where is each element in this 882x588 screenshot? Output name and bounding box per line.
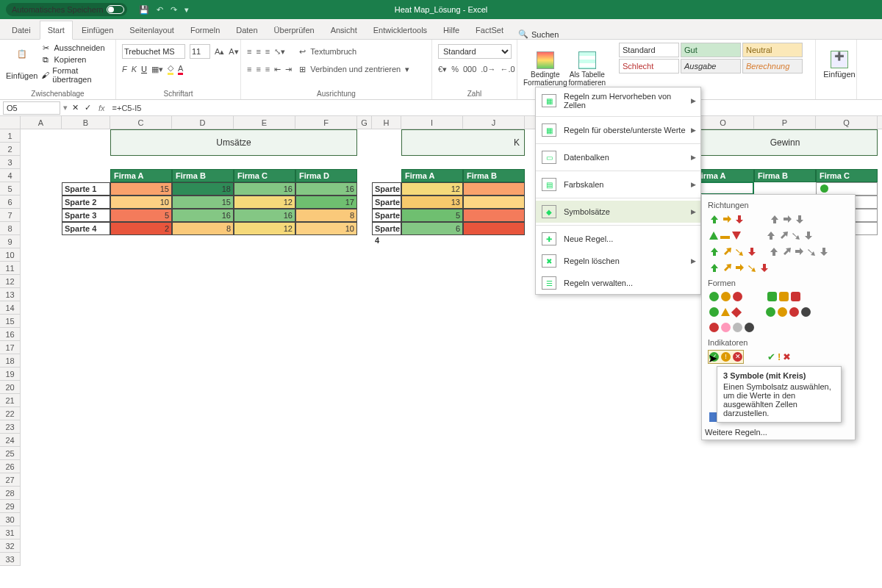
iconset-5arrows-colored[interactable] [708, 261, 771, 274]
cancel-formula-icon[interactable]: ✕ [72, 103, 79, 112]
menu-new-rule[interactable]: ✚Neue Regel... [536, 228, 700, 250]
style-schlecht[interactable]: Schlecht [619, 59, 679, 74]
increase-font-icon[interactable]: A▴ [215, 47, 224, 57]
row-header[interactable]: 23 [0, 420, 21, 434]
tab-formeln[interactable]: Formeln [183, 21, 227, 39]
cell[interactable]: 8 [172, 222, 234, 235]
style-ausgabe[interactable]: Ausgabe [681, 59, 741, 74]
menu-data-bars[interactable]: ▭Datenbalken▶ [536, 146, 700, 168]
row-header[interactable]: 11 [0, 262, 21, 275]
iconset-3arrows-colored[interactable] [708, 212, 746, 226]
cell[interactable]: Firma A [110, 169, 172, 182]
cut-button[interactable]: ✂Ausschneiden [40, 43, 110, 53]
name-box[interactable] [3, 101, 60, 115]
cell[interactable]: Sparte 1 [62, 182, 110, 196]
cell[interactable]: Firma B [754, 169, 816, 182]
cell[interactable]: Sparte 1 [372, 182, 401, 196]
cell[interactable]: 15 [172, 196, 234, 209]
row-header[interactable]: 2 [0, 143, 21, 156]
cell[interactable]: Sparte 4 [372, 222, 401, 235]
cell[interactable]: 12 [401, 182, 463, 196]
row-header[interactable]: 22 [0, 407, 21, 420]
row-header[interactable]: 27 [0, 473, 21, 487]
col-header[interactable]: E [234, 116, 295, 129]
cell[interactable]: 18 [172, 182, 234, 196]
iconset-3trafficlights-unrimmed[interactable] [708, 290, 744, 303]
cell[interactable]: Firma C [816, 169, 878, 182]
style-berechnung[interactable]: Berechnung [742, 59, 803, 74]
row-header[interactable]: 1 [0, 129, 21, 143]
save-icon[interactable]: 💾 [139, 5, 149, 15]
cell[interactable]: 8 [295, 209, 357, 222]
font-size-select[interactable] [190, 44, 210, 59]
row-header[interactable]: 13 [0, 288, 21, 301]
menu-highlight-rules[interactable]: ▦Regeln zum Hervorheben von Zellen▶ [536, 87, 700, 114]
cell[interactable] [463, 222, 525, 235]
cell[interactable]: 15 [110, 182, 172, 196]
iconset-3symbols-uncircled[interactable]: ✔!✖ [766, 350, 792, 364]
bold-icon[interactable]: F [122, 65, 127, 74]
cell[interactable]: Sparte 3 [372, 209, 401, 222]
menu-icon-sets[interactable]: ◆Symbolsätze▶ [536, 201, 700, 223]
row-header[interactable]: 29 [0, 500, 21, 513]
percent-icon[interactable]: % [451, 65, 459, 74]
row-header[interactable]: 24 [0, 434, 21, 447]
row-header[interactable]: 28 [0, 487, 21, 500]
iconset-4arrows-gray[interactable] [764, 229, 815, 242]
menu-color-scales[interactable]: ▤Farbskalen▶ [536, 173, 700, 196]
fx-icon[interactable]: fx [96, 104, 108, 112]
tab-start[interactable]: Start [40, 21, 73, 40]
iconset-3triangles[interactable] [708, 229, 742, 242]
col-header[interactable]: J [463, 116, 525, 129]
row-header[interactable]: 33 [0, 553, 21, 566]
style-standard[interactable]: Standard [619, 43, 679, 57]
iconset-3trafficlights-rimmed[interactable] [766, 290, 802, 303]
tab-seitenlayout[interactable]: Seitenlayout [122, 21, 182, 39]
cell[interactable]: Gewinn [692, 129, 878, 156]
cell[interactable]: 12 [234, 222, 295, 235]
row-header[interactable]: 26 [0, 460, 21, 473]
tab-factset[interactable]: FactSet [468, 21, 511, 39]
row-header[interactable]: 17 [0, 341, 21, 354]
cell[interactable]: Firma A [692, 169, 754, 182]
iconset-3symbols-circled[interactable]: ✓!✕ [708, 350, 744, 364]
col-header[interactable]: B [62, 116, 110, 129]
cell[interactable] [463, 182, 525, 196]
col-header[interactable]: P [754, 116, 816, 129]
tab-datei[interactable]: Datei [4, 21, 38, 39]
cell[interactable]: Firma B [172, 169, 234, 182]
align-right-icon[interactable]: ≡ [265, 65, 270, 74]
row-header[interactable]: 12 [0, 275, 21, 288]
row-header[interactable]: 5 [0, 182, 21, 196]
cell[interactable]: Sparte 4 [62, 222, 110, 235]
fill-color-icon[interactable]: ◇ [168, 63, 173, 75]
col-header[interactable]: H [372, 116, 401, 129]
number-format-select[interactable]: Standard [438, 44, 512, 59]
increase-decimal-icon[interactable]: .0→ [481, 65, 495, 74]
col-header[interactable]: C [110, 116, 172, 129]
currency-icon[interactable]: €▾ [438, 65, 447, 74]
iconset-3signs[interactable] [708, 306, 742, 318]
col-header[interactable]: Q [816, 116, 878, 129]
menu-clear-rules[interactable]: ✖Regeln löschen▶ [536, 250, 700, 272]
tab-hilfe[interactable]: Hilfe [436, 21, 467, 39]
paste-button[interactable]: 📋 Einfügen [6, 43, 37, 87]
iconset-5arrows-gray[interactable] [767, 245, 831, 258]
col-header[interactable]: O [692, 116, 754, 129]
row-header[interactable]: 15 [0, 315, 21, 328]
cell[interactable]: Umsätze [110, 129, 357, 156]
tab-daten[interactable]: Daten [229, 21, 265, 39]
redo-icon[interactable]: ↷ [171, 5, 177, 15]
wrap-text-button[interactable]: ↩Textumbruch [299, 44, 409, 59]
autosave-toggle[interactable]: Automatisches Speichern [6, 3, 127, 16]
cell[interactable]: Firma B [463, 169, 525, 182]
orientation-icon[interactable]: ⤡▾ [274, 47, 285, 57]
menu-top-bottom-rules[interactable]: ▦Regeln für oberste/unterste Werte▶ [536, 119, 700, 141]
tell-me-search[interactable]: 🔍 Suchen [518, 29, 559, 39]
cell[interactable] [463, 196, 525, 209]
align-left-icon[interactable]: ≡ [247, 65, 251, 74]
confirm-formula-icon[interactable]: ✓ [85, 103, 91, 112]
cell[interactable]: 17 [295, 196, 357, 209]
row-header[interactable]: 18 [0, 354, 21, 368]
row-header[interactable]: 14 [0, 301, 21, 315]
